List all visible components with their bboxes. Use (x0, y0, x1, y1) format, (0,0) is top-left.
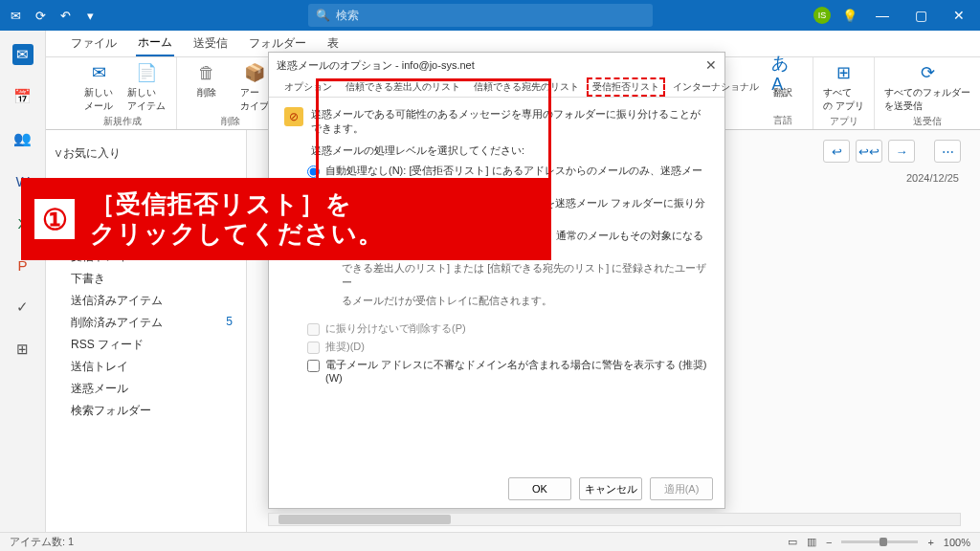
reply-button[interactable]: ↩ (823, 140, 850, 163)
close-button[interactable]: ✕ (946, 8, 972, 23)
horizontal-scrollbar[interactable] (268, 513, 961, 526)
tab-file[interactable]: ファイル (69, 32, 119, 55)
junk-shield-icon: ⊘ (284, 107, 303, 126)
folder-search[interactable]: 検索フォルダー (54, 400, 238, 422)
level-label: 迷惑メールの処理レベルを選択してください: (311, 143, 709, 158)
new-item-button[interactable]: 📄 新しい アイテム (126, 61, 167, 113)
dialog-tab-safesenders[interactable]: 信頼できる差出人のリスト (340, 77, 466, 97)
delete-icon: 🗑 (195, 61, 218, 84)
folder-outbox[interactable]: 送信トレイ (54, 356, 238, 378)
folder-junk[interactable]: 迷惑メール (54, 378, 238, 400)
more-actions-button[interactable]: ⋯ (934, 140, 961, 163)
cancel-button[interactable]: キャンセル (579, 477, 642, 500)
zoom-in-button[interactable]: + (927, 537, 933, 548)
translate-button[interactable]: あA 翻訳 (763, 61, 803, 99)
mail-rail-icon[interactable]: ✉ (12, 44, 33, 65)
view-normal-icon[interactable]: ▭ (788, 536, 797, 548)
send-receive-all-button[interactable]: ⟳ すべてのフォルダー を送受信 (884, 61, 970, 113)
instruction-text: ［受信拒否リスト］を クリックしてください。 (90, 189, 384, 249)
dialog-tabs: オプション 信頼できる差出人のリスト 信頼できる宛先のリスト 受信拒否リスト イ… (269, 77, 724, 98)
dialog-close-button[interactable]: ✕ (705, 57, 717, 73)
junk-mail-options-dialog: 迷惑メールのオプション - info@jo-sys.net ✕ オプション 信頼… (268, 52, 725, 509)
send-receive-icon: ⟳ (916, 61, 939, 84)
radio-none[interactable] (307, 165, 320, 178)
title-bar-left: ✉ ⟳ ↶ ▾ (8, 8, 98, 23)
new-mail-button[interactable]: ✉ 新しい メール (78, 61, 119, 113)
scrollbar-thumb[interactable] (278, 515, 451, 524)
folder-sent[interactable]: 送信済みアイテム (54, 290, 238, 312)
apply-button[interactable]: 適用(A) (650, 477, 713, 500)
ribbon-group-apps: ⊞ すべて の アプリ アプリ (813, 57, 875, 129)
checkbox-delete[interactable] (307, 323, 320, 336)
outlook-icon: ✉ (8, 8, 23, 23)
calendar-rail-icon[interactable]: 📅 (12, 86, 33, 107)
more-rail-icon[interactable]: ⊞ (12, 339, 33, 360)
tab-home[interactable]: ホーム (136, 31, 174, 56)
apps-icon: ⊞ (833, 61, 856, 84)
undo-icon[interactable]: ↶ (57, 8, 73, 23)
option-safe-cut2: るメールだけが受信トレイに配信されます。 (342, 294, 709, 308)
zoom-percent: 100% (944, 537, 970, 548)
checkbox-links[interactable] (307, 342, 320, 354)
check-delete[interactable]: に振り分けないで削除する(P) (307, 321, 709, 336)
status-bar: アイテム数: 1 ▭ ▥ − + 100% (0, 532, 980, 551)
status-item-count: アイテム数: 1 (10, 535, 74, 549)
dropdown-icon[interactable]: ▾ (82, 8, 98, 23)
favorites-header[interactable]: ∨お気に入り (54, 145, 238, 162)
message-date: 2024/12/25 (906, 172, 959, 184)
title-bar: ✉ ⟳ ↶ ▾ 🔍 検索 IS 💡 ― ▢ ✕ (0, 0, 980, 31)
folder-deleted[interactable]: 削除済みアイテム5 (54, 312, 238, 334)
todo-rail-icon[interactable]: ✓ (12, 297, 33, 318)
delete-button[interactable]: 🗑 削除 (187, 61, 227, 113)
instruction-number: ① (34, 199, 75, 239)
minimize-button[interactable]: ― (869, 8, 896, 23)
dialog-tab-international[interactable]: インターナショナル (667, 77, 765, 97)
search-icon: 🔍 (316, 9, 330, 22)
ribbon-group-sendreceive: ⟳ すべてのフォルダー を送受信 送受信 (875, 57, 980, 129)
archive-icon: 📦 (243, 61, 266, 84)
dialog-titlebar: 迷惑メールのオプション - info@jo-sys.net ✕ (269, 53, 724, 77)
checkbox-domain[interactable] (307, 360, 320, 372)
view-reading-icon[interactable]: ▥ (807, 536, 816, 548)
search-input[interactable]: 🔍 検索 (308, 4, 653, 27)
option-safe-cut: できる差出人のリスト] または [信頼できる宛先のリスト] に登録されたユーザー (342, 261, 709, 290)
message-action-buttons: ↩ ↩↩ → ⋯ (823, 140, 961, 163)
search-placeholder: 検索 (336, 8, 359, 24)
dialog-intro: 迷惑メールである可能性のあるメッセージを専用のフォルダーに振り分けることができま… (311, 107, 709, 136)
sync-icon[interactable]: ⟳ (33, 8, 48, 23)
dialog-tab-saferecipients[interactable]: 信頼できる宛先のリスト (468, 77, 585, 97)
ok-button[interactable]: OK (508, 477, 571, 500)
zoom-slider[interactable] (841, 540, 918, 543)
people-rail-icon[interactable]: 👥 (12, 128, 33, 149)
zoom-out-button[interactable]: − (826, 537, 832, 548)
lightbulb-icon[interactable]: 💡 (842, 8, 858, 23)
dialog-title: 迷惑メールのオプション - info@jo-sys.net (277, 58, 475, 73)
dialog-tab-blocked[interactable]: 受信拒否リスト (587, 77, 665, 97)
maximize-button[interactable]: ▢ (907, 8, 934, 23)
instruction-overlay: ① ［受信拒否リスト］を クリックしてください。 (21, 178, 551, 260)
new-mail-icon: ✉ (87, 61, 110, 84)
avatar[interactable]: IS (813, 7, 831, 24)
dialog-tab-options[interactable]: オプション (278, 77, 338, 97)
check-domain[interactable]: 電子メール アドレスに不審なドメイン名が含まれる場合に警告を表示する (推奨)(… (307, 358, 709, 384)
reply-all-button[interactable]: ↩↩ (856, 140, 882, 163)
new-item-icon: 📄 (135, 61, 158, 84)
folder-rss[interactable]: RSS フィード (54, 334, 238, 356)
title-bar-right: IS 💡 ― ▢ ✕ (813, 7, 972, 24)
translate-icon: あA (771, 61, 794, 84)
forward-button[interactable]: → (888, 140, 915, 163)
app-rail: ✉ 📅 👥 W X P ✓ ⊞ (0, 31, 46, 532)
dialog-footer: OK キャンセル 適用(A) (508, 477, 713, 500)
all-apps-button[interactable]: ⊞ すべて の アプリ (823, 61, 864, 113)
tab-sendreceive[interactable]: 送受信 (191, 32, 230, 55)
zoom-thumb[interactable] (880, 538, 887, 546)
ribbon-group-new: ✉ 新しい メール 📄 新しい アイテム 新規作成 (69, 57, 177, 129)
folder-drafts[interactable]: 下書き (54, 268, 238, 290)
check-links[interactable]: 推奨)(D) (307, 340, 709, 354)
